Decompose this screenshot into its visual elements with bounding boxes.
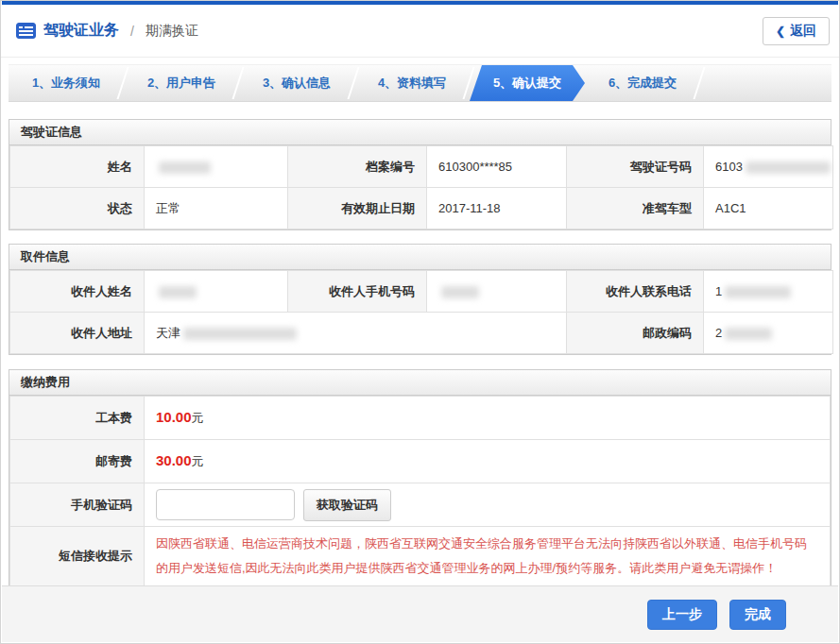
previous-step-button[interactable]: 上一步 [647, 600, 717, 630]
back-button[interactable]: ❮ 返回 [763, 17, 830, 45]
recipient-phone-label: 收件人联系电话 [567, 271, 704, 313]
status-label: 状态 [10, 188, 145, 229]
redacted-blur [183, 328, 297, 340]
redacted-blur [441, 286, 479, 298]
license-number-value: 6103 [704, 146, 833, 188]
redacted-blur [725, 328, 772, 340]
step-label: 2、用户申告 [147, 75, 215, 92]
recipient-address-text: 天津 [156, 326, 180, 340]
sms-notice-label: 短信接收提示 [10, 527, 145, 586]
captcha-cell: 获取验证码 [145, 483, 831, 527]
page-header: 驾驶证业务 / 期满换证 ❮ 返回 [1, 5, 839, 58]
section-license-info: 驾驶证信息 姓名 档案编号 610300****85 驾驶证号码 6103 状态… [9, 119, 831, 230]
valid-until-label: 有效期止日期 [288, 188, 427, 229]
table-row: 短信接收提示 因陕西省联通、电信运营商技术问题，陕西省互联网交通安全综合服务管理… [10, 527, 831, 586]
step-label: 3、确认信息 [263, 75, 331, 92]
license-number-text: 6103 [715, 160, 743, 174]
table-row: 邮寄费 30.00元 [10, 440, 831, 483]
postal-code-text: 2 [715, 326, 722, 340]
back-chevron-icon: ❮ [776, 25, 785, 38]
license-info-table: 姓名 档案编号 610300****85 驾驶证号码 6103 状态 正常 有效… [9, 145, 833, 229]
step-wizard: 1、业务须知 2、用户申告 3、确认信息 4、资料填写 5、确认提交 6、完成提… [9, 64, 831, 102]
pickup-info-table: 收件人姓名 收件人手机号码 收件人联系电话 1 收件人地址 天津 邮政编码 2 [9, 270, 833, 354]
postal-code-label: 邮政编码 [567, 313, 704, 354]
get-captcha-button[interactable]: 获取验证码 [303, 489, 391, 521]
step-label: 4、资料填写 [378, 75, 446, 92]
postal-code-value: 2 [704, 313, 833, 354]
postage-label: 邮寄费 [10, 440, 145, 483]
recipient-phone-value: 1 [704, 271, 833, 313]
section-title: 取件信息 [9, 245, 831, 270]
form-list-icon [16, 23, 36, 39]
recipient-mobile-value [427, 271, 567, 313]
work-cost-unit: 元 [192, 411, 204, 425]
status-value: 正常 [145, 188, 288, 229]
name-label: 姓名 [10, 146, 145, 188]
step-5-confirm-submit-active[interactable]: 5、确认提交 [470, 65, 585, 101]
work-cost-label: 工本费 [10, 397, 145, 440]
table-row: 收件人地址 天津 邮政编码 2 [10, 313, 833, 354]
redacted-blur [725, 286, 791, 298]
captcha-label: 手机验证码 [10, 483, 145, 527]
redacted-blur [159, 161, 211, 174]
recipient-name-value [145, 271, 288, 313]
step-3-confirm-info[interactable]: 3、确认信息 [239, 65, 354, 101]
file-number-label: 档案编号 [288, 146, 427, 188]
table-row: 工本费 10.00元 [10, 397, 831, 440]
step-label: 5、确认提交 [493, 75, 561, 92]
section-title: 缴纳费用 [9, 370, 831, 396]
redacted-blur [746, 161, 831, 174]
name-value [145, 146, 288, 188]
back-button-label: 返回 [790, 23, 816, 40]
recipient-address-label: 收件人地址 [10, 313, 145, 354]
redacted-blur [159, 286, 197, 298]
sms-notice-text: 因陕西省联通、电信运营商技术问题，陕西省互联网交通安全综合服务管理平台无法向持陕… [156, 527, 830, 585]
postage-unit: 元 [192, 454, 204, 468]
finish-button[interactable]: 完成 [729, 600, 786, 630]
sms-notice-cell: 因陕西省联通、电信运营商技术问题，陕西省互联网交通安全综合服务管理平台无法向持陕… [145, 527, 831, 586]
section-fees: 缴纳费用 工本费 10.00元 邮寄费 30.00元 手机验证码 获取验证码 [9, 369, 831, 587]
table-row: 状态 正常 有效期止日期 2017-11-18 准驾车型 A1C1 [10, 188, 833, 229]
file-number-value: 610300****85 [427, 146, 567, 188]
vehicle-class-value: A1C1 [704, 188, 833, 229]
recipient-phone-text: 1 [715, 284, 722, 298]
section-title: 驾驶证信息 [9, 120, 831, 145]
license-service-page: 驾驶证业务 / 期满换证 ❮ 返回 1、业务须知 2、用户申告 3、确认信息 4… [0, 0, 840, 644]
recipient-name-label: 收件人姓名 [10, 271, 145, 313]
work-cost-amount: 10.00 [156, 409, 192, 425]
breadcrumb-separator: / [130, 24, 134, 39]
page-subtitle: 期满换证 [146, 23, 198, 40]
breadcrumb: 驾驶证业务 / 期满换证 [16, 21, 198, 41]
postage-value: 30.00元 [145, 440, 831, 483]
license-number-label: 驾驶证号码 [567, 146, 704, 188]
footer-action-bar: 上一步 完成 [2, 585, 838, 642]
valid-until-value: 2017-11-18 [427, 188, 567, 229]
table-row: 姓名 档案编号 610300****85 驾驶证号码 6103 [10, 146, 833, 188]
step-1-business-notice[interactable]: 1、业务须知 [9, 65, 124, 101]
step-divider [693, 67, 705, 99]
table-row: 收件人姓名 收件人手机号码 收件人联系电话 1 [10, 271, 833, 313]
recipient-address-value: 天津 [145, 313, 567, 354]
step-6-complete-submit[interactable]: 6、完成提交 [585, 65, 700, 101]
table-row: 手机验证码 获取验证码 [10, 483, 831, 527]
work-cost-value: 10.00元 [145, 397, 831, 440]
step-label: 6、完成提交 [609, 75, 677, 92]
step-2-user-declaration[interactable]: 2、用户申告 [124, 65, 239, 101]
postage-amount: 30.00 [156, 452, 192, 468]
fees-table: 工本费 10.00元 邮寄费 30.00元 手机验证码 获取验证码 短信接收提示 [9, 396, 831, 586]
step-4-fill-data[interactable]: 4、资料填写 [354, 65, 470, 101]
vehicle-class-label: 准驾车型 [567, 188, 704, 229]
recipient-mobile-label: 收件人手机号码 [288, 271, 427, 313]
page-title: 驾驶证业务 [43, 21, 119, 41]
step-label: 1、业务须知 [32, 75, 100, 92]
section-pickup-info: 取件信息 收件人姓名 收件人手机号码 收件人联系电话 1 收件人地址 天津 邮政… [9, 244, 831, 355]
captcha-input[interactable] [156, 489, 295, 520]
